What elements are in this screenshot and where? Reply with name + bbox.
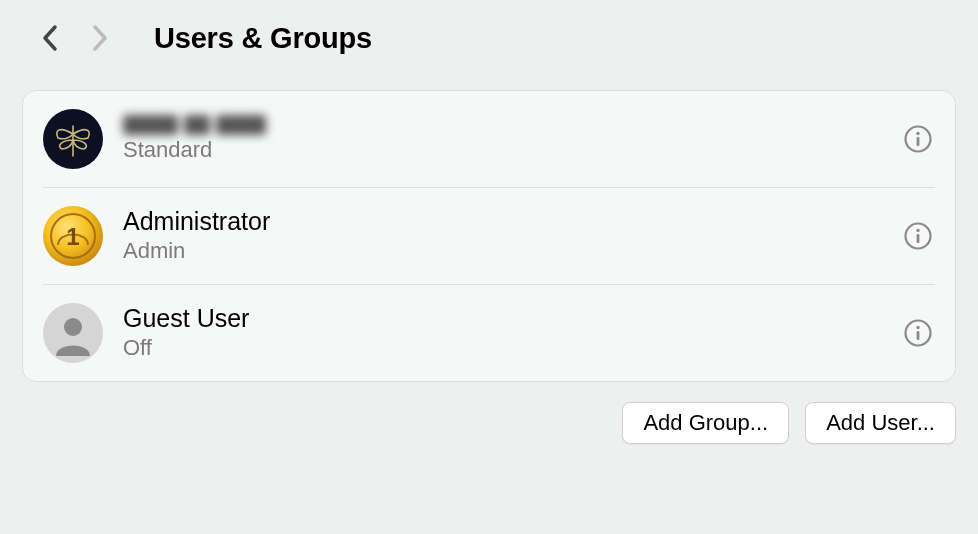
user-text: Standard: [123, 115, 881, 163]
info-icon: [903, 124, 933, 154]
svg-rect-12: [917, 331, 920, 340]
user-row[interactable]: Standard: [43, 91, 935, 187]
user-text: Administrator Admin: [123, 208, 881, 264]
svg-point-2: [916, 132, 919, 135]
avatar: [43, 109, 103, 169]
avatar: [43, 303, 103, 363]
redacted-name: [123, 115, 266, 135]
user-row[interactable]: 1 Administrator Admin: [43, 187, 935, 284]
add-group-button[interactable]: Add Group...: [622, 402, 789, 444]
medal-icon: 1: [48, 211, 98, 261]
svg-point-9: [64, 318, 82, 336]
add-user-button[interactable]: Add User...: [805, 402, 956, 444]
svg-rect-3: [917, 137, 920, 146]
user-name: Administrator: [123, 208, 881, 236]
info-icon: [903, 221, 933, 251]
back-button[interactable]: [30, 18, 70, 58]
guest-user-icon: [48, 308, 98, 358]
svg-point-11: [916, 326, 919, 329]
user-role: Off: [123, 335, 881, 361]
action-buttons: Add Group... Add User...: [0, 382, 978, 444]
user-name: Guest User: [123, 305, 881, 333]
forward-button: [80, 18, 120, 58]
info-button[interactable]: [901, 316, 935, 350]
info-icon: [903, 318, 933, 348]
user-list-panel: Standard 1 Administrator Admin: [22, 90, 956, 382]
chevron-left-icon: [41, 24, 59, 52]
user-name: [123, 115, 881, 135]
header: Users & Groups: [0, 0, 978, 68]
info-button[interactable]: [901, 122, 935, 156]
svg-rect-8: [917, 234, 920, 243]
info-button[interactable]: [901, 219, 935, 253]
user-text: Guest User Off: [123, 305, 881, 361]
user-role: Standard: [123, 137, 881, 163]
svg-text:1: 1: [66, 223, 79, 250]
user-row[interactable]: Guest User Off: [43, 284, 935, 381]
chevron-right-icon: [91, 24, 109, 52]
user-role: Admin: [123, 238, 881, 264]
svg-point-7: [916, 229, 919, 232]
page-title: Users & Groups: [154, 22, 372, 55]
dragonfly-icon: [50, 116, 96, 162]
avatar: 1: [43, 206, 103, 266]
